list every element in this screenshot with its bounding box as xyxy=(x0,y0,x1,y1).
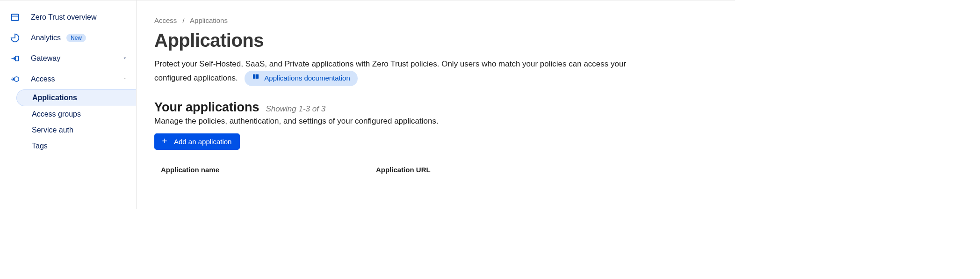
svg-rect-0 xyxy=(12,14,19,20)
breadcrumb-separator: / xyxy=(183,16,185,24)
svg-point-3 xyxy=(14,77,19,81)
chevron-up-icon xyxy=(122,75,128,83)
sidebar-item-analytics[interactable]: Analytics New xyxy=(0,28,136,48)
sidebar-item-overview[interactable]: Zero Trust overview xyxy=(0,7,136,28)
breadcrumb-current: Applications xyxy=(190,16,228,24)
book-icon xyxy=(252,73,259,84)
main-content: Access / Applications Applications Prote… xyxy=(137,0,735,209)
pie-icon xyxy=(9,32,21,44)
nav-label: Zero Trust overview xyxy=(31,13,96,22)
breadcrumb-parent[interactable]: Access xyxy=(154,16,177,24)
gateway-icon xyxy=(9,53,21,64)
nav-label: Analytics xyxy=(31,34,61,42)
documentation-link[interactable]: Applications documentation xyxy=(245,71,357,86)
sidebar-item-service-auth[interactable]: Service auth xyxy=(23,122,136,138)
add-application-button[interactable]: Add an application xyxy=(154,133,240,150)
sidebar-item-applications[interactable]: Applications xyxy=(16,89,136,106)
column-header-name[interactable]: Application name xyxy=(161,166,376,174)
section-title: Your applications xyxy=(154,100,259,115)
breadcrumb: Access / Applications xyxy=(154,16,735,24)
access-icon xyxy=(9,73,21,85)
sub-nav-access: Applications Access groups Service auth … xyxy=(0,89,136,154)
window-icon xyxy=(9,12,21,23)
page-description: Protect your Self-Hosted, SaaS, and Priv… xyxy=(154,58,650,86)
section-description: Manage the policies, authentication, and… xyxy=(154,117,735,126)
nav-label: Access xyxy=(31,75,55,83)
plus-icon xyxy=(161,137,168,146)
table-header: Application name Application URL xyxy=(154,166,735,174)
column-header-url[interactable]: Application URL xyxy=(376,166,431,174)
sidebar-item-tags[interactable]: Tags xyxy=(23,138,136,154)
new-badge: New xyxy=(66,34,86,42)
sidebar-item-access-groups[interactable]: Access groups xyxy=(23,106,136,122)
chevron-down-icon xyxy=(122,54,128,63)
section-header: Your applications Showing 1-3 of 3 xyxy=(154,100,735,115)
sidebar: Zero Trust overview Analytics New Gatewa… xyxy=(0,0,137,209)
sidebar-item-access[interactable]: Access xyxy=(0,69,136,89)
sidebar-item-gateway[interactable]: Gateway xyxy=(0,48,136,69)
page-title: Applications xyxy=(154,30,735,51)
nav-label: Gateway xyxy=(31,54,60,63)
section-count: Showing 1-3 of 3 xyxy=(266,104,326,114)
